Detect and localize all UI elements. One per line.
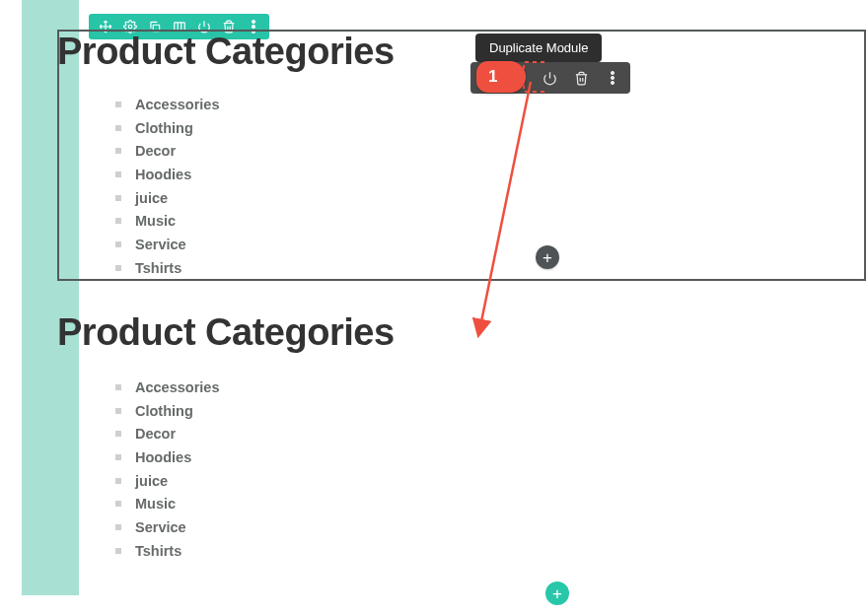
module1-title: Product Categories	[57, 31, 395, 73]
list-item[interactable]: Hoodies	[115, 445, 219, 469]
list-item[interactable]: Accessories	[115, 376, 219, 399]
svg-point-12	[611, 76, 614, 79]
module1-category-list: Accessories Clothing Decor Hoodies juice…	[115, 93, 219, 280]
list-item[interactable]: Decor	[115, 139, 219, 163]
list-item[interactable]: Music	[115, 209, 219, 233]
list-item[interactable]: Accessories	[115, 93, 219, 116]
list-item[interactable]: juice	[115, 186, 219, 210]
list-item[interactable]: juice	[115, 469, 219, 493]
tooltip-duplicate-module: Duplicate Module	[475, 34, 602, 62]
list-item[interactable]: Clothing	[115, 116, 219, 140]
svg-point-13	[611, 81, 614, 84]
add-row-button[interactable]: +	[545, 581, 569, 605]
list-item[interactable]: Service	[115, 233, 219, 256]
list-item[interactable]: Decor	[115, 422, 219, 445]
svg-point-7	[252, 25, 254, 28]
list-item[interactable]: Clothing	[115, 399, 219, 423]
svg-point-11	[611, 71, 614, 74]
list-item[interactable]: Tshirts	[115, 539, 219, 563]
power-icon[interactable]	[540, 68, 559, 88]
list-item[interactable]: Service	[115, 515, 219, 539]
step-marker: 1	[476, 61, 526, 93]
module2-title: Product Categories	[57, 311, 395, 354]
svg-point-0	[128, 25, 132, 29]
list-item[interactable]: Hoodies	[115, 163, 219, 186]
list-item[interactable]: Music	[115, 492, 219, 515]
module2-category-list: Accessories Clothing Decor Hoodies juice…	[115, 376, 219, 563]
add-module-button[interactable]: +	[536, 245, 559, 269]
more-icon[interactable]	[603, 68, 622, 88]
list-item[interactable]: Tshirts	[115, 256, 219, 280]
svg-point-6	[252, 20, 254, 23]
trash-icon[interactable]	[571, 68, 591, 88]
